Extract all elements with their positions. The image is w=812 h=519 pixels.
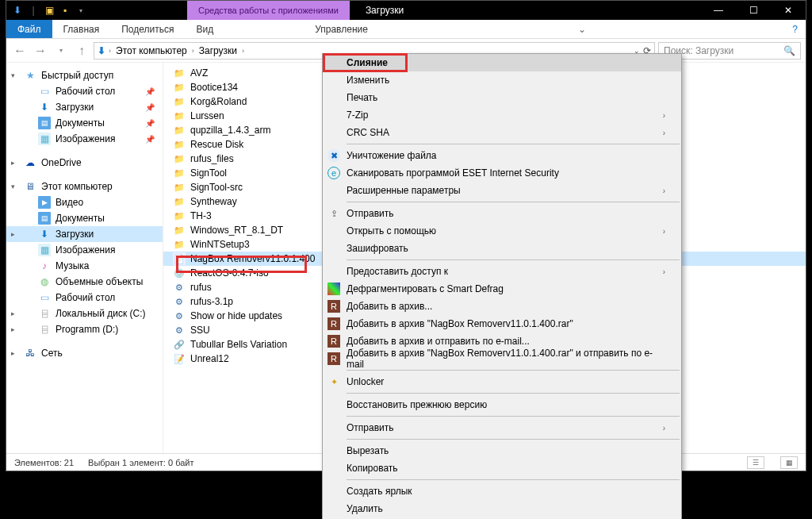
expand-icon[interactable]: ▸ xyxy=(11,349,15,357)
tab-file[interactable]: Файл xyxy=(6,20,52,38)
expand-icon[interactable]: ▸ xyxy=(11,309,15,317)
folder-icon[interactable]: ▣ xyxy=(43,4,56,17)
ctx-shortcut[interactable]: Создать ярлык xyxy=(323,482,681,500)
forward-button[interactable]: → xyxy=(32,42,49,60)
up-button[interactable]: ↑ xyxy=(73,42,90,60)
close-button[interactable]: ✕ xyxy=(771,1,806,20)
ctx-defrag[interactable]: Дефрагментировать с Smart Defrag xyxy=(323,280,681,298)
ctx-shred[interactable]: ✖Уничтожение файла xyxy=(323,147,681,164)
tab-home[interactable]: Главная xyxy=(52,20,111,38)
ctx-label: Предоставить доступ к xyxy=(347,266,448,277)
tab-manage[interactable]: Управление xyxy=(304,20,379,38)
file-name: Rescue Disk xyxy=(190,139,243,150)
ctx-label: Добавить в архив "NagBox Removerv11.0.1.… xyxy=(347,348,665,370)
ctx-label: Открыть с помощью xyxy=(347,225,436,236)
pin-icon: 📌 xyxy=(145,119,155,128)
menu-separator xyxy=(347,439,680,440)
ctx-sendto2[interactable]: Отправить› xyxy=(323,419,681,436)
ctx-7zip[interactable]: 7-Zip› xyxy=(323,106,681,124)
ctx-label: 7-Zip xyxy=(347,110,368,121)
collapse-icon[interactable]: ▾ xyxy=(11,71,15,79)
nav-documents2[interactable]: ▤Документы xyxy=(6,210,163,226)
exe-icon: ⚙ xyxy=(173,324,186,336)
collapse-icon[interactable]: ▾ xyxy=(11,183,15,190)
new-folder-icon[interactable]: ▪ xyxy=(59,4,71,17)
nav-label: Загрузки xyxy=(56,102,94,113)
file-name: rufus xyxy=(190,282,212,293)
ctx-label: Изменить xyxy=(347,75,389,86)
ctx-restore[interactable]: Восстановить прежнюю версию xyxy=(323,396,681,413)
nav-desktop2[interactable]: ▭Рабочий стол xyxy=(6,290,163,306)
status-selection: Выбран 1 элемент: 0 байт xyxy=(88,458,193,467)
pin-icon: 📌 xyxy=(145,87,155,96)
down-arrow-icon[interactable]: ⬇ xyxy=(11,4,24,17)
ctx-label: Добавить в архив "NagBox Removerv11.0.1.… xyxy=(347,318,573,329)
ctx-label: Создать ярлык xyxy=(347,486,412,497)
ctx-label: CRC SHA xyxy=(347,127,389,138)
nav-programm-d[interactable]: ▸⌸Programm (D:) xyxy=(6,321,163,337)
ribbon-expand-icon[interactable]: ⌄ xyxy=(570,20,594,38)
nav-desktop[interactable]: ▭Рабочий стол📌 xyxy=(6,83,163,99)
onedrive-icon: ☁ xyxy=(24,156,36,169)
ctx-copy[interactable]: Копировать xyxy=(323,459,681,477)
ctx-encrypt[interactable]: Зашифровать xyxy=(323,240,681,257)
ctx-add-archive[interactable]: RДобавить в архив... xyxy=(323,298,681,315)
help-icon[interactable]: ? xyxy=(784,20,806,38)
nav-videos[interactable]: ▶Видео xyxy=(6,194,163,210)
ctx-sendto[interactable]: ⇪Отправить xyxy=(323,205,681,222)
nav-label: OneDrive xyxy=(41,157,82,168)
nav-documents[interactable]: ▤Документы📌 xyxy=(6,115,163,131)
video-icon: ▶ xyxy=(38,196,51,209)
recent-dropdown-icon[interactable]: ▾ xyxy=(52,42,70,60)
nav-thispc[interactable]: ▾🖥Этот компьютер xyxy=(6,179,163,194)
downloads-icon: ⬇ xyxy=(38,101,51,113)
nav-downloads[interactable]: ⬇Загрузки📌 xyxy=(6,99,163,115)
ctx-advanced[interactable]: Расширенные параметры› xyxy=(323,182,681,199)
ctx-edit[interactable]: Изменить xyxy=(323,71,681,89)
nav-music[interactable]: ♪Музыка xyxy=(6,258,163,274)
ctx-merge[interactable]: Слияние xyxy=(323,54,681,71)
breadcrumb-thispc[interactable]: Этот компьютер xyxy=(114,45,189,56)
tab-share[interactable]: Поделиться xyxy=(110,20,185,38)
expand-icon[interactable]: ▸ xyxy=(11,159,15,167)
ctx-print[interactable]: Печать xyxy=(323,89,681,106)
minimize-button[interactable]: — xyxy=(701,1,736,20)
expand-icon[interactable]: ▸ xyxy=(11,325,15,333)
qat-dropdown-icon[interactable]: ▾ xyxy=(75,4,87,17)
view-details-button[interactable]: ☰ xyxy=(747,456,764,469)
window-title: Загрузки xyxy=(350,5,419,16)
reg-icon: 📄 xyxy=(173,252,186,265)
ctx-openwith[interactable]: Открыть с помощью› xyxy=(323,222,681,240)
file-name: rufus_files xyxy=(190,153,234,164)
nav-downloads2[interactable]: ▸⬇Загрузки xyxy=(6,226,163,242)
nav-pictures[interactable]: ▦Изображения📌 xyxy=(6,131,163,147)
ctx-label: Сканировать программой ESET Internet Sec… xyxy=(347,167,559,179)
ctx-share[interactable]: Предоставить доступ к› xyxy=(323,263,681,280)
exe-icon: ⚙ xyxy=(173,281,186,294)
ctx-delete[interactable]: Удалить xyxy=(323,500,681,517)
ctx-unlocker[interactable]: ✦Unlocker xyxy=(323,373,681,390)
nav-label: Документы xyxy=(56,213,105,224)
desktop-icon: ▭ xyxy=(38,291,51,304)
tab-view[interactable]: Вид xyxy=(185,20,224,38)
ctx-eset-scan[interactable]: eСканировать программой ESET Internet Se… xyxy=(323,164,681,182)
nav-onedrive[interactable]: ▸☁OneDrive xyxy=(6,155,163,171)
breadcrumb-downloads[interactable]: Загрузки xyxy=(197,45,239,56)
nav-network[interactable]: ▸🖧Сеть xyxy=(6,345,163,361)
ctx-add-rar[interactable]: RДобавить в архив "NagBox Removerv11.0.1… xyxy=(323,315,681,333)
nav-pictures2[interactable]: ▦Изображения xyxy=(6,242,163,258)
nav-localdisk-c[interactable]: ▸⌸Локальный диск (C:) xyxy=(6,306,163,321)
expand-icon[interactable]: ▸ xyxy=(11,230,15,238)
ctx-crc[interactable]: CRC SHA› xyxy=(323,124,681,141)
file-name: TH-3 xyxy=(190,210,212,221)
file-name: Unreal12 xyxy=(190,353,229,364)
ctx-label: Unlocker xyxy=(347,376,384,387)
nav-3dobjects[interactable]: ◍Объемные объекты xyxy=(6,274,163,290)
back-button[interactable]: ← xyxy=(11,42,29,60)
ctx-cut[interactable]: Вырезать xyxy=(323,442,681,459)
maximize-button[interactable]: ☐ xyxy=(736,1,771,20)
view-large-button[interactable]: ▦ xyxy=(780,456,798,469)
file-name: AVZ xyxy=(190,67,208,79)
nav-quick-access[interactable]: ▾★Быстрый доступ xyxy=(6,67,163,83)
ctx-add-rar-mail[interactable]: RДобавить в архив "NagBox Removerv11.0.1… xyxy=(323,350,681,367)
